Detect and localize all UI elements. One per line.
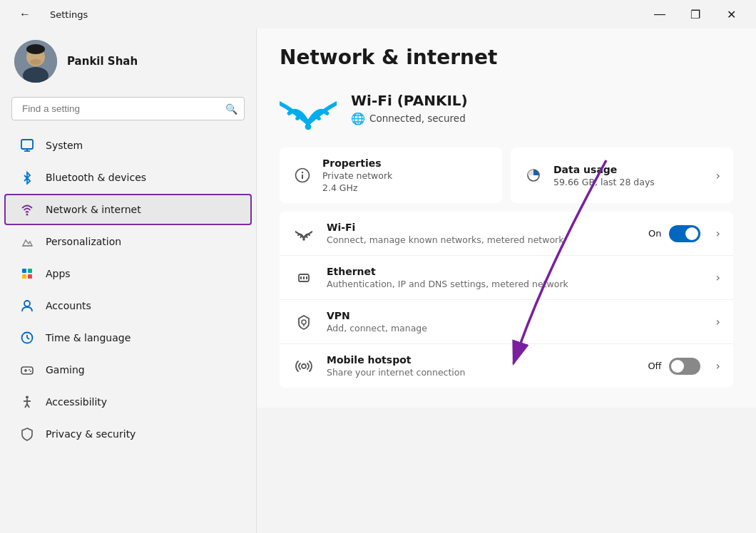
svg-point-23 bbox=[29, 369, 30, 371]
setting-row-ethernet[interactable]: Ethernet Authentication, IP and DNS sett… bbox=[280, 256, 733, 300]
sidebar-item-accessibility[interactable]: Accessibility bbox=[4, 386, 252, 418]
title-bar: ← Settings — ❐ ✕ bbox=[0, 0, 756, 29]
wifi-status-text: Connected, secured bbox=[369, 113, 466, 124]
sidebar-item-apps-label: Apps bbox=[46, 268, 71, 279]
wifi-setting-icon bbox=[292, 222, 315, 245]
wifi-toggle-label: On bbox=[648, 228, 661, 239]
sidebar-item-accounts-label: Accounts bbox=[46, 300, 91, 311]
sidebar-item-accounts[interactable]: Accounts bbox=[4, 290, 252, 321]
svg-line-19 bbox=[27, 338, 29, 339]
sidebar-item-privacy[interactable]: Privacy & security bbox=[4, 418, 252, 450]
sidebar-item-privacy-label: Privacy & security bbox=[46, 428, 136, 440]
sidebar-item-system[interactable]: System bbox=[4, 130, 252, 161]
system-icon bbox=[19, 137, 36, 154]
sidebar-item-apps[interactable]: Apps bbox=[4, 258, 252, 289]
ethernet-setting-desc: Authentication, IP and DNS settings, met… bbox=[327, 279, 700, 289]
window-controls: — ❐ ✕ bbox=[643, 3, 747, 26]
hotspot-toggle-area: Off bbox=[648, 358, 700, 375]
data-usage-value: 59.66 GB, last 28 days bbox=[553, 177, 655, 187]
vpn-chevron: › bbox=[716, 315, 720, 328]
data-usage-chevron: › bbox=[716, 169, 720, 182]
svg-rect-13 bbox=[28, 269, 32, 273]
properties-line2: 2.4 GHz bbox=[322, 182, 392, 193]
main-layout: Pankil Shah 🔍 System Bluetooth & devices bbox=[0, 29, 756, 533]
sidebar: Pankil Shah 🔍 System Bluetooth & devices bbox=[0, 29, 257, 533]
svg-rect-38 bbox=[303, 276, 305, 279]
svg-line-29 bbox=[27, 404, 29, 408]
setting-row-hotspot[interactable]: Mobile hotspot Share your internet conne… bbox=[280, 344, 733, 388]
svg-rect-12 bbox=[22, 269, 26, 273]
page-title: Network & internet bbox=[280, 46, 733, 69]
sidebar-item-gaming[interactable]: Gaming bbox=[4, 354, 252, 385]
svg-point-30 bbox=[305, 123, 312, 130]
properties-title: Properties bbox=[322, 157, 392, 169]
sidebar-item-time[interactable]: Time & language bbox=[4, 322, 252, 353]
sidebar-item-personalization[interactable]: Personalization bbox=[4, 226, 252, 257]
avatar bbox=[14, 40, 57, 83]
wifi-toggle[interactable] bbox=[669, 225, 700, 242]
hotspot-icon bbox=[292, 355, 315, 378]
content: Network & internet Wi-Fi (PANKIL) 🌐 bbox=[257, 29, 756, 408]
ethernet-chevron: › bbox=[716, 271, 720, 284]
svg-point-10 bbox=[26, 214, 29, 216]
search-input[interactable] bbox=[11, 97, 245, 120]
svg-point-42 bbox=[302, 364, 306, 368]
content-area: Network & internet Wi-Fi (PANKIL) 🌐 bbox=[257, 29, 756, 533]
hotspot-toggle-label: Off bbox=[648, 361, 661, 371]
svg-point-33 bbox=[302, 172, 303, 173]
svg-point-4 bbox=[30, 59, 41, 65]
apps-icon bbox=[19, 265, 36, 282]
properties-card[interactable]: Properties Private network 2.4 GHz bbox=[280, 148, 502, 203]
svg-rect-5 bbox=[21, 140, 33, 149]
user-name: Pankil Shah bbox=[67, 55, 138, 68]
privacy-icon bbox=[19, 425, 36, 443]
hotspot-chevron: › bbox=[716, 359, 720, 373]
ethernet-setting-text: Ethernet Authentication, IP and DNS sett… bbox=[327, 266, 700, 289]
hotspot-toggle[interactable] bbox=[669, 358, 700, 375]
close-button[interactable]: ✕ bbox=[715, 3, 747, 26]
maximize-button[interactable]: ❐ bbox=[679, 3, 712, 26]
svg-point-16 bbox=[24, 301, 30, 306]
globe-icon: 🌐 bbox=[351, 112, 365, 125]
svg-rect-14 bbox=[22, 274, 26, 279]
wifi-network-name: Wi-Fi (PANKIL) bbox=[351, 92, 468, 109]
properties-line1: Private network bbox=[322, 170, 392, 181]
search-icon: 🔍 bbox=[225, 103, 237, 115]
sidebar-item-accessibility-label: Accessibility bbox=[46, 396, 107, 408]
vpn-setting-text: VPN Add, connect, manage bbox=[327, 310, 700, 333]
wifi-toggle-area: On bbox=[648, 225, 700, 242]
wifi-setting-title: Wi-Fi bbox=[327, 222, 637, 233]
svg-rect-37 bbox=[300, 276, 302, 279]
properties-text: Properties Private network 2.4 GHz bbox=[322, 157, 392, 193]
vpn-setting-title: VPN bbox=[327, 310, 700, 321]
sidebar-item-time-label: Time & language bbox=[46, 332, 131, 343]
bluetooth-icon bbox=[19, 169, 36, 186]
time-icon bbox=[19, 329, 36, 346]
search-box: 🔍 bbox=[11, 97, 245, 120]
sidebar-item-network[interactable]: Network & internet bbox=[4, 194, 252, 225]
title-bar-left: ← Settings bbox=[9, 3, 88, 26]
setting-row-wifi[interactable]: Wi-Fi Connect, manage known networks, me… bbox=[280, 212, 733, 256]
info-icon bbox=[292, 165, 312, 185]
minimize-button[interactable]: — bbox=[643, 3, 676, 26]
ethernet-setting-title: Ethernet bbox=[327, 266, 700, 277]
sidebar-item-bluetooth[interactable]: Bluetooth & devices bbox=[4, 162, 252, 193]
setting-row-vpn[interactable]: VPN Add, connect, manage › bbox=[280, 300, 733, 344]
hotspot-setting-text: Mobile hotspot Share your internet conne… bbox=[327, 354, 636, 378]
sidebar-item-system-label: System bbox=[46, 140, 83, 151]
back-button[interactable]: ← bbox=[9, 3, 41, 26]
svg-point-25 bbox=[26, 396, 29, 399]
data-usage-card[interactable]: Data usage 59.66 GB, last 28 days › bbox=[511, 148, 733, 203]
sidebar-item-gaming-label: Gaming bbox=[46, 364, 85, 376]
svg-rect-39 bbox=[306, 276, 307, 279]
wifi-chevron: › bbox=[716, 227, 720, 240]
hotspot-setting-desc: Share your internet connection bbox=[327, 367, 636, 378]
network-icon bbox=[19, 201, 36, 218]
wifi-status: 🌐 Connected, secured bbox=[351, 112, 468, 125]
vpn-setting-desc: Add, connect, manage bbox=[327, 323, 700, 333]
svg-rect-15 bbox=[28, 274, 32, 279]
hotspot-toggle-thumb bbox=[671, 360, 684, 373]
wifi-hero-info: Wi-Fi (PANKIL) 🌐 Connected, secured bbox=[351, 92, 468, 125]
user-section[interactable]: Pankil Shah bbox=[0, 29, 256, 94]
wifi-hero-icon bbox=[280, 83, 337, 133]
